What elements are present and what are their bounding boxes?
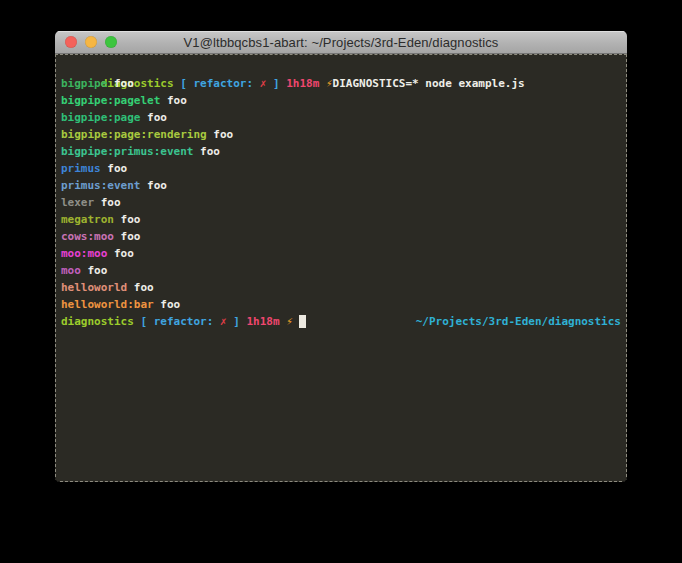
log-line: megatron foo	[61, 211, 621, 228]
log-namespace: bigpipe	[61, 77, 107, 90]
log-namespace: bigpipe:page:rendering	[61, 128, 207, 141]
prompt-project-name: diagnostics	[61, 313, 140, 330]
log-namespace: primus	[61, 162, 101, 175]
minimize-window-button[interactable]	[85, 36, 97, 48]
log-message: foo	[107, 247, 134, 260]
prompt-git-branch: [ refactor:	[140, 313, 219, 330]
log-namespace: helloworld	[61, 281, 127, 294]
prompt-git-bracket: ]	[227, 313, 247, 330]
log-line: primus foo	[61, 160, 621, 177]
log-namespace: bigpipe:primus:event	[61, 145, 193, 158]
log-message: foo	[107, 77, 134, 90]
log-message: foo	[94, 196, 121, 209]
current-directory-path: ~/Projects/3rd-Eden/diagnostics	[416, 313, 621, 330]
log-line: lexer foo	[61, 194, 621, 211]
typed-command: DIAGNOSTICS=* node example.js	[333, 77, 525, 90]
log-namespace: helloworld:bar	[61, 298, 154, 311]
log-namespace: megatron	[61, 213, 114, 226]
log-message: foo	[160, 94, 187, 107]
log-namespace: primus:event	[61, 179, 140, 192]
log-line: bigpipe:primus:event foo	[61, 143, 621, 160]
log-message: foo	[140, 179, 167, 192]
close-window-button[interactable]	[65, 36, 77, 48]
log-namespace: bigpipe:pagelet	[61, 94, 160, 107]
prompt-elapsed-time: 1h18m	[246, 313, 286, 330]
prompt-bolt-icon: ⚡	[286, 313, 299, 330]
window-title: V1@ltbbqcbs1-abart: ~/Projects/3rd-Eden/…	[184, 35, 499, 50]
log-namespace: moo	[61, 264, 81, 277]
log-namespace: lexer	[61, 196, 94, 209]
log-message: foo	[114, 230, 141, 243]
terminal-window: V1@ltbbqcbs1-abart: ~/Projects/3rd-Eden/…	[55, 31, 627, 482]
log-message: foo	[207, 128, 234, 141]
log-message: foo	[114, 213, 141, 226]
log-namespace: cows:moo	[61, 230, 114, 243]
log-line: bigpipe:page foo	[61, 109, 621, 126]
zoom-window-button[interactable]	[105, 36, 117, 48]
log-line: moo:moo foo	[61, 245, 621, 262]
prompt-git-branch: [ refactor:	[180, 77, 259, 90]
prompt-git-bracket: ]	[266, 77, 286, 90]
log-message: foo	[193, 145, 220, 158]
shell-prompt-current-line: diagnostics [ refactor: ✗ ] 1h18m ⚡ ~/Pr…	[61, 313, 621, 330]
log-message: foo	[140, 111, 167, 124]
log-line: cows:moo foo	[61, 228, 621, 245]
window-titlebar[interactable]: V1@ltbbqcbs1-abart: ~/Projects/3rd-Eden/…	[55, 31, 627, 54]
log-line: moo foo	[61, 262, 621, 279]
log-message: foo	[81, 264, 108, 277]
traffic-lights	[65, 36, 117, 48]
terminal-screen[interactable]: diagnostics [ refactor: ✗ ] 1h18m ⚡DIAGN…	[55, 54, 627, 482]
prompt-dirty-flag-icon: ✗	[220, 313, 227, 330]
prompt-elapsed-time: 1h18m	[286, 77, 326, 90]
log-line: bigpipe:pagelet foo	[61, 92, 621, 109]
log-line: helloworld foo	[61, 279, 621, 296]
log-namespace: moo:moo	[61, 247, 107, 260]
prompt-bolt-icon: ⚡	[326, 77, 333, 90]
log-namespace: bigpipe:page	[61, 111, 140, 124]
log-line: bigpipe:page:rendering foo	[61, 126, 621, 143]
log-message: foo	[154, 298, 181, 311]
shell-prompt-command-line: diagnostics [ refactor: ✗ ] 1h18m ⚡DIAGN…	[61, 58, 621, 75]
log-line: primus:event foo	[61, 177, 621, 194]
log-message: foo	[101, 162, 128, 175]
log-message: foo	[127, 281, 154, 294]
log-line: helloworld:bar foo	[61, 296, 621, 313]
terminal-cursor[interactable]	[299, 315, 306, 328]
